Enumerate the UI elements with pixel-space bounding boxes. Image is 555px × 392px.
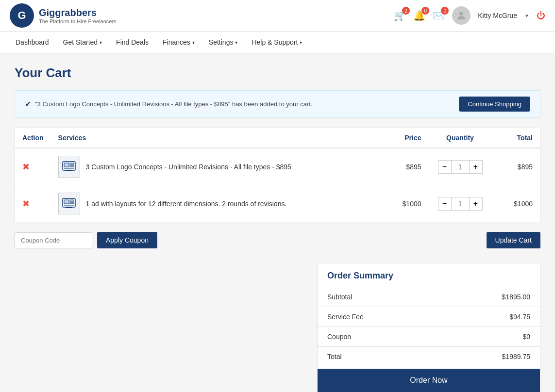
avatar (452, 6, 471, 25)
summary-subtotal-row: Subtotal $1895.00 (318, 287, 540, 307)
quantity-cell: − 1 + (429, 185, 492, 222)
price-cell: $895 (380, 148, 429, 185)
message-badge: 0 (441, 7, 449, 15)
chevron-down-icon: ▾ (300, 40, 302, 45)
price-cell: $1000 (380, 185, 429, 222)
app-tagline: The Platform to Hire Freelancers (39, 18, 117, 24)
service-thumbnail (58, 156, 80, 178)
th-services: Services (51, 128, 380, 148)
total-value: $1989.75 (502, 353, 530, 360)
delete-row-button[interactable]: ✖ (22, 162, 30, 172)
service-name: 3 Custom Logo Concepts - Unlimited Revis… (86, 163, 291, 171)
svg-rect-12 (66, 207, 72, 208)
update-cart-button[interactable]: Update Cart (487, 232, 540, 248)
success-text: ✔ "3 Custom Logo Concepts - Unlimited Re… (25, 99, 312, 109)
table-row: ✖ 3 Custom Logo Concepts - Unlimited Rev… (15, 148, 540, 185)
app-name: Giggrabbers (39, 7, 117, 18)
quantity-decrease-button[interactable]: − (438, 160, 452, 174)
chevron-down-icon: ▾ (235, 40, 237, 45)
main-content: Your Cart ✔ "3 Custom Logo Concepts - Un… (0, 53, 555, 392)
chevron-down-icon: ▾ (192, 40, 195, 45)
svg-point-0 (459, 12, 463, 16)
summary-total-row: Total $1989.75 (318, 346, 540, 366)
svg-rect-2 (64, 163, 69, 167)
svg-rect-9 (70, 200, 74, 201)
subtotal-value: $1895.00 (502, 293, 530, 301)
logout-icon[interactable]: ⏻ (537, 11, 545, 21)
logo-area[interactable]: G Giggrabbers The Platform to Hire Freel… (10, 3, 117, 28)
total-cell: $895 (492, 148, 540, 185)
summary-coupon-row: Coupon $0 (318, 327, 540, 346)
page-title: Your Cart (15, 65, 540, 81)
th-total: Total (492, 128, 540, 148)
svg-rect-8 (64, 200, 69, 204)
quantity-value: 1 (452, 160, 469, 174)
service-name: 1 ad with layouts for 12 different dimen… (86, 200, 287, 208)
message-icon-wrapper[interactable]: ✉️ 0 (433, 10, 445, 21)
user-name[interactable]: Kitty McGrue (478, 12, 517, 19)
quantity-decrease-button[interactable]: − (438, 197, 452, 211)
quantity-increase-button[interactable]: + (469, 160, 483, 174)
summary-service-fee-row: Service Fee $94.75 (318, 307, 540, 327)
notification-badge: 0 (421, 7, 429, 15)
success-message-bar: ✔ "3 Custom Logo Concepts - Unlimited Re… (15, 90, 540, 118)
quantity-control: − 1 + (436, 197, 485, 211)
coupon-code-input[interactable] (15, 232, 92, 248)
svg-rect-3 (70, 163, 74, 164)
service-thumbnail (58, 193, 80, 214)
total-label: Total (327, 353, 342, 360)
apply-coupon-button[interactable]: Apply Coupon (97, 232, 157, 248)
navigation: Dashboard Get Started ▾ Find Deals Finan… (0, 32, 555, 53)
nav-item-find-deals[interactable]: Find Deals (110, 32, 154, 53)
order-now-button[interactable]: Order Now (318, 369, 540, 392)
nav-item-dashboard[interactable]: Dashboard (10, 32, 55, 53)
total-cell: $1000 (492, 185, 540, 222)
quantity-cell: − 1 + (429, 148, 492, 185)
service-fee-value: $94.75 (509, 313, 530, 321)
quantity-value: 1 (452, 197, 469, 211)
service-cell: 3 Custom Logo Concepts - Unlimited Revis… (58, 156, 373, 178)
notification-icon-wrapper[interactable]: 🔔 0 (413, 10, 425, 21)
continue-shopping-button[interactable]: Continue Shopping (459, 97, 530, 112)
cart-badge: 2 (402, 7, 410, 15)
logo-icon: G (10, 3, 34, 28)
chevron-down-icon: ▾ (100, 40, 102, 45)
svg-rect-10 (70, 202, 74, 204)
user-dropdown-icon[interactable]: ▼ (524, 13, 529, 18)
cart-icon-wrapper[interactable]: 🛒 2 (394, 10, 406, 21)
check-icon: ✔ (25, 99, 31, 109)
svg-rect-4 (70, 165, 74, 167)
delete-row-button[interactable]: ✖ (22, 199, 30, 209)
nav-item-settings[interactable]: Settings ▾ (203, 32, 244, 53)
coupon-label: Coupon (327, 333, 351, 341)
logo-text: Giggrabbers The Platform to Hire Freelan… (39, 7, 117, 24)
nav-item-get-started[interactable]: Get Started ▾ (57, 32, 108, 53)
success-message-text: "3 Custom Logo Concepts - Unlimited Revi… (35, 100, 312, 108)
order-summary: Order Summary Subtotal $1895.00 Service … (317, 263, 540, 392)
quantity-increase-button[interactable]: + (469, 197, 483, 211)
service-cell: 1 ad with layouts for 12 different dimen… (58, 193, 373, 214)
quantity-control: − 1 + (436, 160, 485, 174)
subtotal-label: Subtotal (327, 293, 352, 301)
th-quantity: Quantity (429, 128, 492, 148)
header: G Giggrabbers The Platform to Hire Freel… (0, 0, 555, 32)
nav-item-help[interactable]: Help & Support ▾ (246, 32, 308, 53)
table-row: ✖ 1 ad with layouts for 12 different dim… (15, 185, 540, 222)
cart-table: Action Services Price Quantity Total ✖ (15, 128, 540, 222)
coupon-left: Apply Coupon (15, 232, 157, 248)
header-right: 🛒 2 🔔 0 ✉️ 0 Kitty McGrue ▼ ⏻ (394, 6, 545, 25)
coupon-row: Apply Coupon Update Cart (15, 232, 540, 248)
coupon-value: $0 (522, 333, 530, 341)
svg-rect-6 (66, 170, 72, 171)
order-summary-title: Order Summary (318, 263, 540, 287)
service-fee-label: Service Fee (327, 313, 364, 321)
order-summary-wrapper: Order Summary Subtotal $1895.00 Service … (15, 263, 540, 392)
th-action: Action (15, 128, 51, 148)
th-price: Price (380, 128, 429, 148)
nav-item-finances[interactable]: Finances ▾ (157, 32, 201, 53)
